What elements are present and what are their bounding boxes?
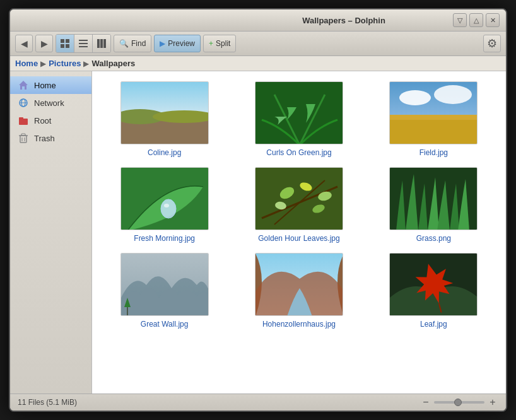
file-thumbnail: [120, 81, 209, 144]
icons-view-icon: [60, 38, 70, 49]
breadcrumb-pictures[interactable]: Pictures: [49, 59, 81, 68]
svg-rect-8: [100, 39, 103, 48]
breadcrumb-sep-2: ▶: [83, 59, 89, 68]
view-icons-button[interactable]: [56, 35, 74, 52]
svg-rect-9: [103, 39, 106, 48]
svg-rect-16: [20, 136, 26, 143]
file-name: Curls On Green.jpg: [266, 148, 331, 157]
breadcrumb: Home ▶ Pictures ▶ Wallpapers: [10, 56, 506, 71]
svg-rect-35: [255, 168, 343, 230]
zoom-slider-thumb: [454, 399, 462, 406]
file-thumbnail: [389, 167, 478, 230]
svg-point-34: [164, 204, 169, 207]
file-thumbnail: [255, 253, 343, 316]
file-thumbnail: [255, 167, 343, 230]
svg-rect-30: [390, 117, 478, 144]
trash-icon: [18, 132, 29, 144]
svg-rect-15: [19, 117, 23, 120]
list-item[interactable]: Coline.jpg: [102, 81, 226, 157]
file-thumbnail: [389, 81, 478, 144]
sidebar-trash-label: Trash: [34, 134, 55, 143]
sidebar-root-label: Root: [34, 116, 51, 125]
file-name: Coline.jpg: [148, 148, 181, 157]
list-item[interactable]: Fresh Morning.jpg: [102, 167, 226, 243]
file-name: Field.jpg: [419, 148, 448, 157]
svg-rect-3: [66, 44, 69, 48]
file-name: Grass.png: [416, 234, 451, 243]
list-item[interactable]: Field.jpg: [372, 81, 496, 157]
file-name: Great Wall.jpg: [141, 320, 189, 329]
back-button[interactable]: ◀: [15, 35, 33, 52]
list-item[interactable]: Great Wall.jpg: [102, 253, 226, 329]
svg-rect-7: [97, 39, 100, 48]
search-icon: 🔍: [119, 39, 129, 48]
breadcrumb-home[interactable]: Home: [15, 59, 38, 68]
list-item[interactable]: Golden Hour Leaves.jpg: [237, 167, 361, 243]
statusbar: 11 Files (5.1 MiB) − +: [10, 394, 506, 411]
main-content: Home Network: [10, 71, 506, 394]
view-details-button[interactable]: [74, 35, 93, 52]
list-item[interactable]: Leaf.jpg: [372, 253, 496, 329]
view-columns-button[interactable]: [93, 35, 110, 52]
sidebar-network-label: Network: [34, 98, 64, 108]
list-item[interactable]: Curls On Green.jpg: [237, 81, 361, 157]
settings-button[interactable]: ⚙: [483, 35, 501, 52]
svg-point-33: [161, 199, 176, 218]
svg-rect-4: [79, 40, 88, 41]
sidebar-home-label: Home: [34, 81, 56, 90]
view-mode-group: [56, 34, 111, 53]
svg-rect-31: [390, 115, 478, 120]
sidebar-item-network[interactable]: Network: [10, 94, 91, 112]
zoom-in-button[interactable]: +: [487, 397, 498, 408]
svg-rect-26: [255, 82, 343, 144]
find-button[interactable]: 🔍 Find: [114, 35, 151, 52]
sidebar-item-trash[interactable]: Trash: [10, 129, 91, 147]
main-window: Wallpapers – Dolphin ▽ △ ✕ ◀ ▶: [9, 8, 507, 412]
breadcrumb-current: Wallpapers: [91, 59, 135, 68]
file-grid: Coline.jpg: [92, 71, 506, 394]
svg-point-29: [434, 85, 472, 104]
file-name: Fresh Morning.jpg: [134, 234, 195, 243]
file-thumbnail: [255, 81, 343, 144]
sidebar-item-root[interactable]: Root: [10, 112, 91, 129]
zoom-control: − +: [420, 397, 498, 408]
zoom-slider[interactable]: [434, 401, 484, 404]
file-thumbnail: [120, 167, 209, 230]
svg-marker-10: [19, 81, 28, 90]
svg-rect-0: [61, 39, 64, 43]
svg-rect-2: [61, 44, 64, 48]
window-controls: ▽ △ ✕: [453, 13, 500, 27]
columns-view-icon: [97, 38, 107, 49]
svg-rect-1: [66, 39, 69, 43]
forward-button[interactable]: ▶: [35, 35, 53, 52]
maximize-button[interactable]: △: [469, 13, 483, 27]
sidebar-item-home[interactable]: Home: [10, 76, 91, 94]
home-icon: [18, 79, 29, 91]
toolbar: ◀ ▶ 🔍: [10, 32, 506, 56]
network-icon: [18, 97, 29, 108]
svg-rect-18: [21, 134, 25, 136]
svg-rect-5: [79, 43, 88, 44]
close-button[interactable]: ✕: [486, 13, 500, 27]
preview-button[interactable]: ▶ Preview: [154, 35, 201, 52]
file-thumbnail: [120, 253, 209, 316]
file-name: Golden Hour Leaves.jpg: [258, 234, 339, 243]
svg-point-28: [399, 90, 431, 105]
sidebar: Home Network: [10, 71, 92, 394]
minimize-button[interactable]: ▽: [453, 13, 467, 27]
file-name: Leaf.jpg: [420, 320, 447, 329]
breadcrumb-sep-1: ▶: [40, 59, 46, 68]
preview-icon: ▶: [160, 39, 165, 48]
zoom-out-button[interactable]: −: [420, 397, 431, 408]
file-count-label: 11 Files (5.1 MiB): [18, 398, 77, 407]
split-button[interactable]: + Split: [203, 35, 236, 52]
file-thumbnail: [389, 253, 478, 316]
file-name: Hohenzollernhaus.jpg: [262, 320, 336, 329]
root-icon: [18, 115, 29, 126]
details-view-icon: [78, 38, 88, 49]
split-icon: +: [209, 39, 213, 48]
svg-rect-6: [79, 46, 88, 47]
titlebar: Wallpapers – Dolphin ▽ △ ✕: [10, 9, 506, 32]
list-item[interactable]: Hohenzollernhaus.jpg: [237, 253, 361, 329]
list-item[interactable]: Grass.png: [372, 167, 496, 243]
